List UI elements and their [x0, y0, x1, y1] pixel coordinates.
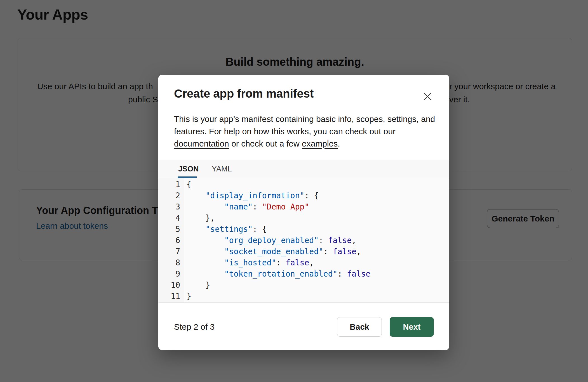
- line-number: 1: [158, 179, 184, 190]
- description-text: or check out a few: [229, 139, 302, 148]
- code-line[interactable]: 9 "token_rotation_enabled": false: [158, 268, 449, 280]
- line-number: 7: [158, 246, 184, 257]
- close-button[interactable]: [422, 91, 433, 102]
- close-icon: [422, 91, 433, 102]
- screen: Your Apps Build something amazing. Use o…: [0, 0, 588, 382]
- modal-description-line1: This is your app’s manifest containing b…: [174, 114, 437, 124]
- code-line[interactable]: 5 "settings": {: [158, 224, 449, 235]
- code-text: "is_hosted": false,: [184, 257, 314, 268]
- line-number: 10: [158, 280, 184, 291]
- documentation-link[interactable]: documentation: [174, 139, 229, 148]
- create-app-from-manifest-modal: Create app from manifest This is your ap…: [158, 75, 449, 350]
- line-number: 4: [158, 213, 184, 224]
- line-number: 11: [158, 291, 184, 302]
- next-button[interactable]: Next: [390, 317, 434, 337]
- code-line[interactable]: 4 },: [158, 213, 449, 224]
- modal-description-line2: features. For help on how this works, yo…: [174, 126, 437, 137]
- code-line[interactable]: 7 "socket_mode_enabled": false,: [158, 246, 449, 257]
- code-text: {: [184, 179, 191, 190]
- code-line[interactable]: 2 "display_information": {: [158, 190, 449, 201]
- manifest-code-editor[interactable]: 1{2 "display_information": {3 "name": "D…: [158, 178, 449, 303]
- code-line[interactable]: 8 "is_hosted": false,: [158, 257, 449, 268]
- code-line[interactable]: 1{: [158, 179, 449, 190]
- code-text: "token_rotation_enabled": false: [184, 268, 370, 280]
- examples-link[interactable]: examples: [302, 139, 338, 148]
- code-line[interactable]: 3 "name": "Demo App": [158, 201, 449, 213]
- code-text: }: [184, 280, 210, 291]
- code-line[interactable]: 6 "org_deploy_enabled": false,: [158, 235, 449, 246]
- code-text: "org_deploy_enabled": false,: [184, 235, 356, 246]
- back-button[interactable]: Back: [337, 317, 382, 337]
- code-text: "name": "Demo App": [184, 201, 309, 213]
- line-number: 8: [158, 257, 184, 268]
- code-text: "socket_mode_enabled": false,: [184, 246, 361, 257]
- description-text: .: [338, 139, 340, 148]
- code-line[interactable]: 11}: [158, 291, 449, 302]
- code-line[interactable]: 10 }: [158, 280, 449, 291]
- step-indicator: Step 2 of 3: [174, 322, 215, 332]
- line-number: 9: [158, 268, 184, 280]
- code-text: "settings": {: [184, 224, 267, 235]
- manifest-format-tabs: JSON YAML: [158, 160, 449, 178]
- line-number: 3: [158, 201, 184, 213]
- code-lines: 1{2 "display_information": {3 "name": "D…: [158, 179, 449, 302]
- modal-title: Create app from manifest: [174, 87, 314, 100]
- modal-description-line3: documentation or check out a few example…: [174, 138, 437, 149]
- tab-json[interactable]: JSON: [178, 160, 199, 178]
- line-number: 2: [158, 190, 184, 201]
- line-number: 6: [158, 235, 184, 246]
- tab-yaml[interactable]: YAML: [212, 160, 232, 178]
- code-text: },: [184, 213, 215, 224]
- code-text: "display_information": {: [184, 190, 319, 201]
- line-number: 5: [158, 224, 184, 235]
- code-text: }: [184, 291, 191, 302]
